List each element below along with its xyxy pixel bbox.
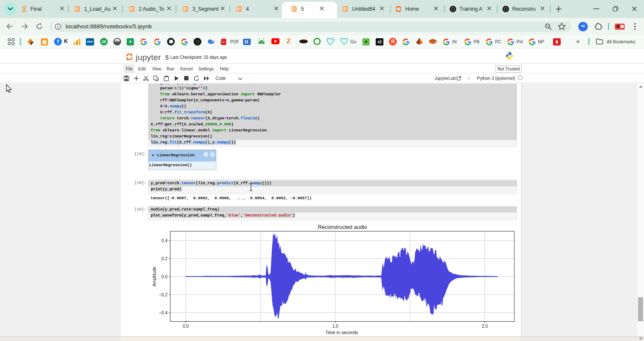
svg-text:−0.4: −0.4 [159,311,167,315]
svg-text:−0.2: −0.2 [159,292,167,297]
svg-text:PDF: PDF [221,41,225,43]
svg-text:Time in seconds: Time in seconds [325,330,358,335]
svg-text:Reconstructed audio: Reconstructed audio [318,224,367,230]
svg-text:0.0: 0.0 [161,274,167,279]
svg-text:Amplitude: Amplitude [152,267,157,287]
svg-text:0.4: 0.4 [161,238,167,243]
svg-text:2.0: 2.0 [482,324,488,329]
svg-text:1.0: 1.0 [332,324,338,329]
svg-text:0.0: 0.0 [183,324,189,329]
svg-text:0.2: 0.2 [161,256,167,261]
